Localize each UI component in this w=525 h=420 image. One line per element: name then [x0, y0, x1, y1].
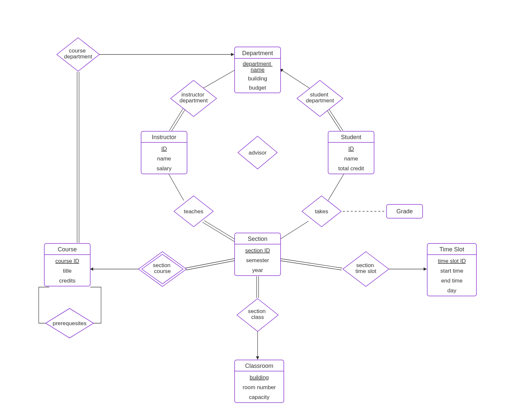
entity-attr: credits: [59, 278, 75, 284]
entity-title: Instructor: [152, 134, 176, 140]
entity-title: Grade: [396, 208, 413, 215]
entity-grade: Grade: [387, 204, 423, 218]
svg-line-9: [186, 261, 235, 270]
svg-text:instructor
      department: instructor department: [179, 92, 208, 104]
svg-text:section
      course: section course: [153, 262, 172, 274]
svg-text:takes: takes: [315, 208, 328, 215]
entity-title: Department: [242, 50, 273, 56]
entity-attr: total credit: [338, 165, 364, 172]
edge-teaches-to-instructor: [169, 174, 184, 200]
edge-studdept-to-department: [280, 69, 310, 89]
entity-attr: name: [344, 156, 358, 162]
relation-advisor: advisor: [238, 136, 277, 169]
svg-text:prerequesites: prerequesites: [52, 320, 86, 326]
entity-timeslot: Time Slot time slot ID start time end ti…: [427, 243, 476, 296]
edge-sectioncourse-to-section-double: [185, 259, 235, 270]
svg-line-8: [185, 259, 235, 268]
entity-title: Classroom: [245, 363, 273, 369]
svg-line-5: [326, 109, 341, 132]
entity-course: Course course ID title credits: [44, 243, 90, 286]
edge-sectionclass-to-section-double: [257, 276, 259, 298]
entity-section: Section section ID semester year: [235, 233, 281, 276]
entity-attr: room number: [242, 384, 276, 390]
entity-instructor: Instructor ID name salary: [141, 131, 187, 174]
edge-sectiontimeslot-to-section-double: [279, 259, 342, 270]
svg-line-10: [280, 259, 342, 268]
relation-takes: takes: [302, 196, 341, 227]
relation-course-department: course department: [57, 38, 99, 71]
entity-attr: building: [248, 75, 267, 82]
entity-attr: course ID: [55, 258, 79, 264]
svg-text:section
      time slot: section time slot: [355, 262, 376, 274]
svg-text:teaches: teaches: [184, 208, 203, 215]
entity-attr: ID: [161, 146, 167, 152]
relation-instructor-department: instructor department: [171, 80, 217, 116]
edge-instrdept-to-department: [202, 68, 239, 89]
entity-attr: end time: [441, 278, 462, 284]
entity-attr: salary: [157, 165, 172, 172]
entity-attr: year: [252, 267, 263, 273]
entity-attr: start time: [440, 268, 463, 274]
edge-takes-to-section: [280, 221, 308, 240]
svg-line-11: [279, 261, 342, 270]
relation-section-course: section course: [138, 252, 186, 286]
entity-attr: capacity: [249, 394, 270, 400]
svg-line-6: [204, 220, 237, 241]
svg-line-3: [171, 109, 185, 132]
entity-attr: day: [447, 287, 456, 294]
entity-attr: time slot ID: [438, 258, 466, 264]
entity-title: Student: [341, 134, 361, 140]
entity-attr: section ID: [245, 247, 270, 254]
relation-student-department: student department: [297, 80, 343, 116]
entity-attr: budget: [249, 85, 266, 91]
relation-prerequisites: prerequesites: [46, 308, 94, 338]
entity-attr: semester: [246, 257, 269, 263]
edge-prereq-left: [39, 287, 52, 323]
relation-teaches: teaches: [174, 196, 213, 227]
edge-coursedept-to-course-double: [77, 72, 79, 243]
entity-department: Department department name building budg…: [235, 47, 281, 93]
edge-studdept-to-student-double: [326, 108, 343, 132]
edge-prereq-right: [88, 287, 101, 323]
relation-section-class: section class: [237, 299, 278, 331]
entity-title: Course: [58, 246, 77, 253]
edge-teaches-to-section-double: [202, 220, 237, 242]
entity-attr: ID: [348, 146, 354, 152]
relation-section-time-slot: section time slot: [343, 252, 389, 286]
entity-classroom: Classroom building room number capacity: [235, 360, 284, 403]
entity-attr: name: [157, 156, 171, 162]
er-diagram: Department department name building budg…: [0, 0, 525, 420]
entity-title: Section: [248, 236, 267, 242]
svg-line-4: [328, 108, 343, 131]
entity-attr: title: [63, 268, 72, 274]
entity-student: Student ID name total credit: [328, 131, 374, 174]
svg-text:advisor: advisor: [249, 150, 267, 156]
edge-takes-to-student: [328, 174, 344, 200]
svg-line-7: [202, 222, 235, 242]
svg-line-2: [169, 108, 183, 131]
entity-attr: building: [250, 374, 269, 381]
edge-instrdept-to-instructor-double: [169, 108, 185, 132]
entity-title: Time Slot: [439, 246, 464, 253]
